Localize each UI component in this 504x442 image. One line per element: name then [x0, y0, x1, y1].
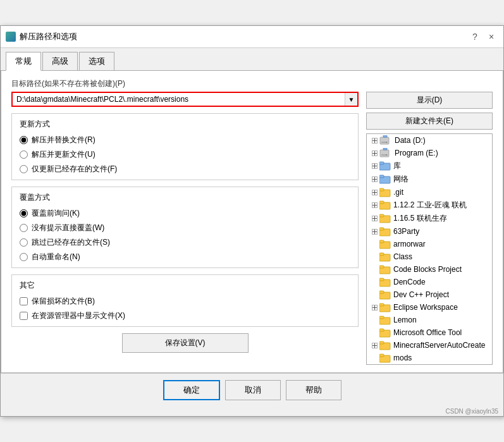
overwrite-option-3[interactable]: 自动重命名(N): [20, 252, 350, 262]
folder-icon: [379, 175, 391, 184]
save-settings-button[interactable]: 保存设置(V): [122, 333, 249, 353]
svg-point-12: [386, 154, 387, 156]
tree-item[interactable]: Data (D:): [367, 134, 492, 147]
path-dropdown-btn[interactable]: ▼: [345, 93, 357, 106]
tree-toggle-icon: [369, 353, 379, 363]
tree-item-label: Class: [393, 252, 412, 261]
folder-icon: [379, 252, 391, 262]
folder-icon: [379, 290, 391, 300]
tab-general[interactable]: 常规: [6, 52, 41, 71]
tab-advanced[interactable]: 高级: [42, 52, 78, 70]
update-option-2[interactable]: 仅更新已经存在的文件(F): [20, 164, 350, 175]
ok-button[interactable]: 确定: [163, 380, 220, 400]
folder-icon: [379, 341, 391, 350]
tree-item[interactable]: armorwar: [367, 238, 492, 250]
svg-rect-18: [379, 162, 384, 164]
help-footer-button[interactable]: 帮助: [286, 380, 341, 400]
overwrite-option-1[interactable]: 没有提示直接覆盖(W): [20, 223, 350, 233]
tree-toggle-icon: [369, 315, 379, 325]
svg-rect-60: [379, 316, 384, 319]
tree-item[interactable]: 1.12.2 工业-匠魂 联机: [367, 199, 492, 212]
folder-icon: [379, 200, 391, 210]
svg-rect-43: [379, 228, 384, 230]
tree-item[interactable]: 网络: [367, 173, 492, 186]
path-input[interactable]: [13, 93, 345, 106]
tree-item-label: 1.12.2 工业-匠魂 联机: [393, 200, 467, 211]
folder-icon: [379, 227, 391, 236]
path-label: 目标路径(如果不存在将被创建)(P): [11, 78, 493, 89]
svg-rect-3: [380, 137, 389, 144]
show-button[interactable]: 显示(D): [366, 92, 493, 109]
tree-toggle-icon: [369, 328, 379, 338]
new-folder-button[interactable]: 新建文件夹(E): [366, 113, 493, 130]
tree-item[interactable]: Lemon: [367, 314, 492, 326]
help-button[interactable]: ?: [468, 30, 482, 44]
tree-toggle-icon: [369, 148, 379, 158]
tree-item[interactable]: 63Party: [367, 225, 492, 238]
tree-item-label: Code Blocks Project: [393, 265, 462, 274]
overwrite-section: 覆盖方式 覆盖前询问(K) 没有提示直接覆盖(W) 跳过已经存在的文件(S: [11, 187, 359, 268]
tree-toggle-icon: [369, 264, 379, 274]
dialog-title: 解压路径和选项: [20, 31, 77, 42]
folder-icon: [379, 188, 391, 197]
tree-toggle-icon: [369, 187, 379, 197]
svg-rect-23: [379, 175, 384, 178]
tree-item[interactable]: mods: [367, 352, 492, 364]
update-radio-group: 解压并替换文件(R) 解压并更新文件(U) 仅更新已经存在的文件(F): [20, 135, 350, 175]
tree-item-label: DenCode: [393, 278, 426, 286]
folder-icon: [379, 278, 391, 287]
close-button[interactable]: ×: [484, 30, 498, 44]
svg-rect-28: [379, 188, 384, 191]
tab-bar: 常规 高级 选项: [1, 48, 503, 71]
tree-item-label: armorwar: [393, 240, 426, 249]
cancel-button[interactable]: 取消: [225, 380, 281, 400]
tree-item-label: Microsoft Office Tool: [393, 328, 462, 337]
right-panel: 显示(D) 新建文件夹(E) Data (D:)Program (E:)库网络.…: [366, 92, 493, 365]
update-option-1[interactable]: 解压并更新文件(U): [20, 149, 350, 160]
zip-icon: [6, 32, 16, 42]
overwrite-radio-group: 覆盖前询问(K) 没有提示直接覆盖(W) 跳过已经存在的文件(S) 自: [20, 208, 350, 262]
tree-item[interactable]: .git: [367, 186, 492, 199]
file-tree[interactable]: Data (D:)Program (E:)库网络.git1.12.2 工业-匠魂…: [366, 133, 493, 365]
tree-item[interactable]: DenCode: [367, 276, 492, 288]
tree-toggle-icon: [369, 135, 379, 145]
folder-icon: [379, 303, 391, 312]
tree-item-label: Data (D:): [395, 136, 426, 145]
tree-item[interactable]: Eclipse Workspace: [367, 301, 492, 314]
svg-rect-47: [379, 253, 384, 255]
tab-options[interactable]: 选项: [79, 52, 114, 70]
tree-item-label: 网络: [393, 174, 409, 185]
tree-item[interactable]: 1.16.5 联机生存: [367, 212, 492, 225]
overwrite-option-0[interactable]: 覆盖前询问(K): [20, 208, 350, 219]
title-bar: 解压路径和选项 ? ×: [1, 26, 503, 48]
other-section: 其它 保留损坏的文件(B) 在资源管理器中显示文件(X): [11, 274, 359, 327]
svg-rect-69: [379, 354, 384, 357]
title-bar-left: 解压路径和选项: [6, 31, 77, 42]
tree-toggle-icon: [369, 175, 379, 185]
tree-item-label: Dev C++ Project: [393, 290, 449, 299]
tree-item[interactable]: MinecraftServerAutoCreate: [367, 339, 492, 352]
tree-item[interactable]: 库: [367, 159, 492, 173]
tree-item[interactable]: Class: [367, 250, 492, 263]
other-option-0[interactable]: 保留损坏的文件(B): [20, 296, 350, 307]
svg-point-5: [386, 142, 387, 143]
tree-item[interactable]: Program (E:): [367, 147, 492, 159]
tree-item-label: 库: [393, 161, 401, 171]
main-area: ▼ 更新方式 解压并替换文件(R) 解压并更新文件(U): [11, 92, 493, 365]
tree-item[interactable]: Microsoft Office Tool: [367, 326, 492, 339]
tree-item[interactable]: Code Blocks Project: [367, 263, 492, 276]
tree-toggle-icon: [369, 252, 379, 262]
other-option-1[interactable]: 在资源管理器中显示文件(X): [20, 310, 350, 321]
svg-rect-10: [380, 150, 389, 157]
overwrite-option-2[interactable]: 跳过已经存在的文件(S): [20, 237, 350, 248]
svg-rect-38: [379, 214, 384, 217]
tree-item-label: Eclipse Workspace: [393, 303, 458, 312]
tree-item[interactable]: Dev C++ Project: [367, 288, 492, 301]
tree-item-label: 1.16.5 联机生存: [393, 213, 447, 224]
path-input-wrapper: ▼: [11, 92, 359, 107]
left-panel: ▼ 更新方式 解压并替换文件(R) 解压并更新文件(U): [11, 92, 359, 365]
update-option-0[interactable]: 解压并替换文件(R): [20, 135, 350, 145]
svg-rect-33: [379, 201, 384, 204]
svg-rect-49: [379, 266, 384, 268]
dialog-footer: 确定 取消 帮助: [1, 373, 503, 407]
